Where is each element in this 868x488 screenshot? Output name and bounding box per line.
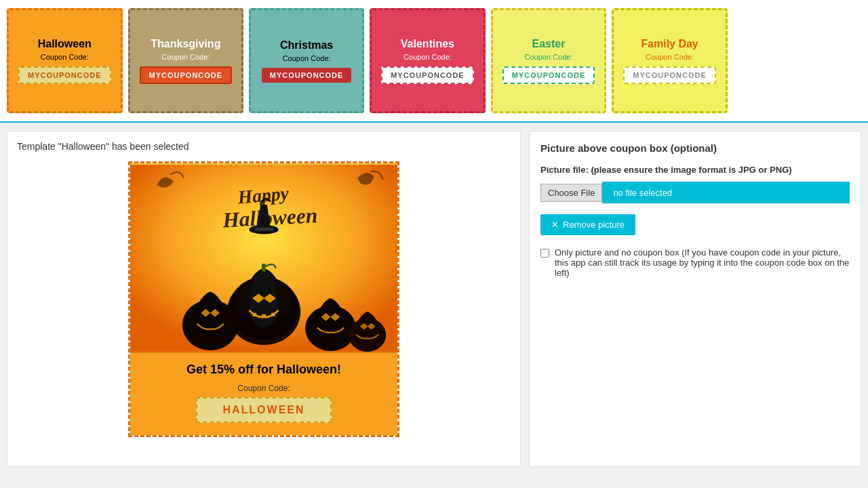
file-field-label: Picture file: (please ensure the image f…	[540, 165, 850, 175]
template-coupon-thanksgiving: MYCOUPONCODE	[140, 66, 233, 84]
svg-rect-10	[252, 313, 256, 317]
offer-text: Get 15% off for Halloween!	[144, 363, 384, 377]
svg-rect-11	[262, 314, 266, 317]
template-title-easter: Easter	[532, 38, 566, 50]
no-file-text: no file selected	[613, 188, 672, 198]
only-picture-checkbox[interactable]	[540, 249, 549, 258]
remove-picture-button[interactable]: ✕ Remove picture	[540, 214, 635, 235]
template-subtitle-valentines: Coupon Code:	[403, 53, 452, 61]
selected-template-message: Template "Halloween" has been selected	[17, 141, 511, 152]
template-coupon-easter: MYCOUPONCODE	[502, 66, 595, 84]
svg-rect-5	[254, 228, 273, 231]
template-title-christmas: Christmas	[280, 39, 333, 52]
remove-btn-label: Remove picture	[563, 220, 625, 230]
right-panel: Picture above coupon box (optional) Pict…	[529, 131, 861, 467]
template-coupon-valentines: MYCOUPONCODE	[381, 66, 474, 84]
template-subtitle-christmas: Coupon Code:	[283, 54, 331, 62]
remove-icon: ✕	[551, 220, 559, 230]
file-status: no file selected	[602, 182, 850, 203]
halloween-scene-svg: Happy Halloween	[130, 163, 397, 353]
template-card-christmas[interactable]: Christmas Coupon Code: MYCOUPONCODE	[249, 8, 364, 113]
template-subtitle-familyday: Coupon Code:	[646, 53, 694, 61]
halloween-preview: Happy Halloween	[128, 161, 399, 437]
template-card-halloween[interactable]: Halloween Coupon Code: MYCOUPONCODE	[7, 8, 123, 113]
template-card-thanksgiving[interactable]: Thanksgiving Coupon Code: MYCOUPONCODE	[128, 8, 244, 113]
template-card-familyday[interactable]: Family Day Coupon Code: MYCOUPONCODE	[612, 8, 728, 113]
halloween-image-area: Happy Halloween	[130, 163, 397, 353]
template-title-halloween: Halloween	[38, 38, 92, 50]
template-card-easter[interactable]: Easter Coupon Code: MYCOUPONCODE	[491, 8, 607, 113]
template-card-valentines[interactable]: Valentines Coupon Code: MYCOUPONCODE	[370, 8, 486, 113]
svg-rect-22	[262, 264, 266, 272]
only-picture-checkbox-area: Only picture and no coupon box (If you h…	[540, 247, 850, 278]
svg-rect-12	[271, 313, 275, 317]
halloween-coupon-code: HALLOWEEN	[196, 397, 332, 423]
template-title-valentines: Valentines	[401, 38, 454, 50]
choose-file-button[interactable]: Choose File	[540, 184, 602, 202]
template-subtitle-halloween: Coupon Code:	[41, 53, 89, 61]
template-coupon-halloween: MYCOUPONCODE	[18, 66, 111, 84]
only-picture-label[interactable]: Only picture and no coupon box (If you h…	[555, 247, 850, 278]
templates-row: Halloween Coupon Code: MYCOUPONCODE Than…	[0, 0, 868, 123]
halloween-coupon-bottom: Get 15% off for Halloween! Coupon Code: …	[130, 353, 397, 435]
coupon-label: Coupon Code:	[144, 384, 384, 393]
right-panel-title: Picture above coupon box (optional)	[540, 142, 850, 154]
main-content: Template "Halloween" has been selected	[0, 123, 868, 475]
template-title-familyday: Family Day	[641, 38, 698, 50]
file-input-area: Choose File no file selected	[540, 182, 850, 203]
template-coupon-familyday: MYCOUPONCODE	[623, 66, 716, 84]
template-title-thanksgiving: Thanksgiving	[151, 38, 220, 50]
template-subtitle-easter: Coupon Code:	[524, 53, 572, 61]
left-panel: Template "Halloween" has been selected	[7, 131, 521, 467]
template-coupon-christmas: MYCOUPONCODE	[262, 68, 352, 83]
template-subtitle-thanksgiving: Coupon Code:	[161, 53, 210, 61]
